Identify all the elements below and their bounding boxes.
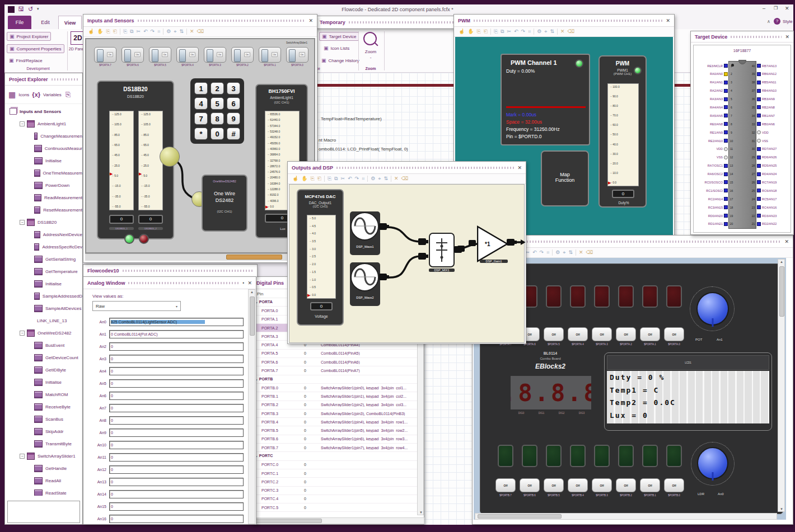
chip-pin[interactable]: RA0/AN02 xyxy=(695,72,734,77)
tree-expander-icon[interactable]: − xyxy=(20,454,25,459)
toolbar-icon[interactable]: ✂ xyxy=(341,176,345,181)
board-hscrollbar[interactable] xyxy=(475,513,777,520)
chip-pin[interactable]: 27RD4/AN24 xyxy=(751,172,790,177)
digital-pin-row[interactable]: PORTB.50SwitchArraySlider1(pin5), keypad… xyxy=(252,426,424,435)
toolbar-icon[interactable]: | xyxy=(163,29,163,35)
chip-pin[interactable]: 30RD7/AN27 xyxy=(751,147,790,152)
tree-item[interactable]: −GetHandle xyxy=(10,462,82,474)
tree-item[interactable]: −ChangeMeasuremen xyxy=(10,130,82,142)
toggle-switch[interactable] xyxy=(176,47,199,63)
help-icon[interactable]: ? xyxy=(774,18,780,25)
panel-drag-area[interactable] xyxy=(52,78,78,81)
chip-pin[interactable]: RE3/MCLR1 xyxy=(695,63,734,68)
toolbar-icon[interactable]: ✕ xyxy=(394,176,399,181)
toolbar-icon[interactable]: ⌗ xyxy=(528,29,531,34)
digital-pin-row[interactable]: PORTB.70SwitchArraySlider1(pin7), keypad… xyxy=(252,444,424,452)
tree-item[interactable]: −ReadState xyxy=(10,487,82,496)
onewire-node-icon[interactable] xyxy=(160,147,180,167)
portb-off-button[interactable]: Off xyxy=(664,478,684,492)
digital-pin-row[interactable]: PORTB.20SwitchArraySlider1(pin2), keypad… xyxy=(252,401,424,409)
digital-pin-row[interactable]: PORTC.20 xyxy=(252,478,424,486)
tree-item[interactable]: −LINK_LINE_13 xyxy=(10,314,82,327)
portb-off-button[interactable]: Off xyxy=(616,478,636,492)
dock-icon[interactable]: ▪ xyxy=(243,280,245,285)
analog-value-input[interactable]: 0 xyxy=(109,355,244,363)
digital-pin-row[interactable]: PORTC.00 xyxy=(252,461,424,469)
toolbar-icon[interactable]: ↶ xyxy=(348,176,352,181)
tree-item[interactable]: −SampleAllDevices xyxy=(10,302,82,314)
flowchart-print-text[interactable]: omboBL0114: LCD_PrintFloat( TempFloat, 0… xyxy=(319,147,408,152)
toggle-switch[interactable] xyxy=(204,47,226,63)
toolbar-icon[interactable]: | xyxy=(534,29,534,35)
tree-item[interactable]: −ReceiveByte xyxy=(10,401,82,413)
keypad-key[interactable]: 0 xyxy=(211,128,224,140)
icons-grid-icon[interactable]: ▦ xyxy=(8,90,16,99)
chip-pin[interactable]: RE1/AN99 xyxy=(695,130,734,135)
toolbar-icon[interactable]: ⌫ xyxy=(197,29,204,34)
keypad-key[interactable]: 9 xyxy=(227,112,240,125)
chip-pin[interactable]: RA2/AN24 xyxy=(695,88,734,93)
portb-off-button[interactable]: Off xyxy=(592,478,612,492)
tree-item[interactable]: −ResetMeasurement xyxy=(10,204,82,216)
dsp-wave2-component[interactable]: DSP_Wave2 xyxy=(350,262,380,306)
ds18b20-slider-1[interactable]: 125.0105.085.065.045.025.05.0-15.0-35.0-… xyxy=(109,111,134,210)
toolbar-icon[interactable]: | xyxy=(120,29,120,35)
keypad-key[interactable]: * xyxy=(194,128,208,140)
digital-hscrollbar[interactable] xyxy=(252,517,424,524)
ribbon-target-device-toggle[interactable]: Target Device xyxy=(319,32,359,41)
portb-off-button[interactable]: Off xyxy=(544,478,564,492)
toggle-switch[interactable] xyxy=(231,47,254,63)
close-icon[interactable]: ✕ xyxy=(517,165,522,171)
chip-pin[interactable]: 40RB7/AN13 xyxy=(751,63,790,68)
view-values-dropdown[interactable]: Raw▾ xyxy=(92,301,181,311)
panel-drag-area[interactable] xyxy=(138,20,306,22)
flowchart-call-text[interactable]: TempFloat=ReadTemperature) xyxy=(321,116,382,121)
porta-off-button[interactable]: Off xyxy=(568,327,588,341)
toolbar-icon[interactable]: ⧉ xyxy=(130,29,133,34)
keypad-key[interactable]: 7 xyxy=(194,112,208,125)
analog-vscrollbar[interactable]: ▲ xyxy=(248,289,255,524)
toolbar-icon[interactable]: ⎘ xyxy=(106,29,110,34)
ribbon-component-properties-button[interactable]: Component Properties xyxy=(7,44,64,53)
restore-button[interactable]: ❐ xyxy=(774,6,778,11)
toolbar-icon[interactable]: ⌖ xyxy=(563,250,565,255)
chip-pin[interactable]: RA6/OSC214 xyxy=(695,172,734,177)
toolbar-icon[interactable]: ⚙ xyxy=(537,29,541,34)
analog-value-input[interactable]: 0 xyxy=(109,379,244,388)
chip-pin[interactable]: 35RB2/AN8 xyxy=(751,105,790,110)
analog-value-input[interactable]: 0 xyxy=(109,465,244,474)
close-icon[interactable]: ✕ xyxy=(784,239,789,244)
tree-item[interactable]: −DS18B20 xyxy=(10,216,82,228)
dac-slider[interactable]: 5.04.54.03.53.02.52.01.51.00.50.0▶ xyxy=(307,215,336,299)
tree-item[interactable]: −BusEvent xyxy=(10,339,82,351)
toolbar-icon[interactable]: ✕ xyxy=(560,29,565,34)
toggle-switch[interactable] xyxy=(149,47,171,63)
digital-pin-row[interactable]: PORTB.10SwitchArraySlider1(pin1), keypad… xyxy=(252,392,424,401)
analog-value-input[interactable]: 0 xyxy=(109,453,244,462)
toolbar-icon[interactable]: ⌖ xyxy=(174,29,176,34)
ds18b20-slider-2[interactable]: 125.0105.085.065.045.025.05.0-15.0-35.0-… xyxy=(138,111,163,210)
chip-pin[interactable]: 34RB1/AN7 xyxy=(751,113,790,118)
analog-value-input[interactable]: 0 xyxy=(109,416,244,425)
toolbar-icon[interactable]: ⎗ xyxy=(484,29,488,34)
tree-item[interactable]: −ScanBus xyxy=(10,413,82,425)
toolbar-icon[interactable]: ⎘ xyxy=(123,29,127,34)
tab-file[interactable]: File xyxy=(8,16,31,29)
tree-item[interactable]: −AddressNextDevice xyxy=(10,228,82,241)
toggle-switch[interactable] xyxy=(286,47,308,63)
panel-drag-area[interactable] xyxy=(474,20,662,22)
digital-pin-row[interactable]: PORTB xyxy=(252,375,424,384)
keypad-key[interactable]: 1 xyxy=(194,82,208,95)
porta-off-button[interactable]: Off xyxy=(616,327,636,341)
map-function-component[interactable]: Map Function xyxy=(541,150,589,206)
toolbar-icon[interactable]: | xyxy=(490,29,491,35)
close-button[interactable]: ✕ xyxy=(785,6,789,11)
tab-edit[interactable]: Edit xyxy=(35,16,56,29)
porta-off-button[interactable]: Off xyxy=(592,327,612,341)
tree-item[interactable]: −MatchROM xyxy=(10,388,82,401)
analog-value-input[interactable]: 0 ComboBL0114(Pot ADC) xyxy=(109,330,244,338)
toolbar-icon[interactable]: | xyxy=(186,29,187,35)
chip-pin[interactable]: 25RC6/AN18 xyxy=(751,188,790,193)
mcp47x6-dac-component[interactable]: MCP47x6 DAC DAC_Output1 (I2C CH3) 5.04.5… xyxy=(297,189,344,326)
close-icon[interactable]: ✕ xyxy=(308,18,313,23)
